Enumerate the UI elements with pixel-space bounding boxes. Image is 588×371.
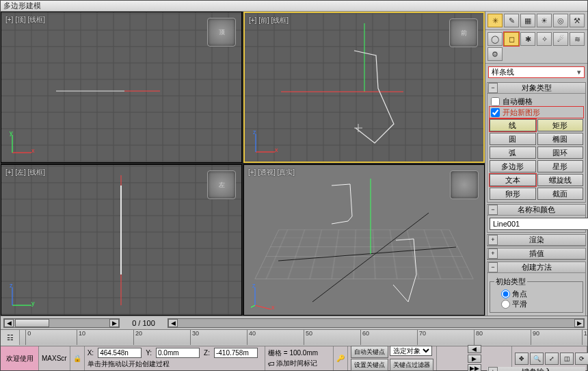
scroll-left-icon[interactable]: ◀	[168, 319, 178, 327]
rollout-header[interactable]: − 创建方法	[487, 262, 585, 273]
icon: ▦	[524, 16, 531, 25]
icon: ☄	[557, 35, 564, 44]
donut-button[interactable]: 圆环	[537, 146, 584, 159]
key-filters-button[interactable]: 关键点过滤器	[390, 359, 433, 371]
text-button[interactable]: 文本	[490, 174, 536, 186]
icon: ◎	[557, 16, 564, 25]
trackbar-scroll[interactable]: ◀ ▶	[168, 318, 585, 328]
fov-icon[interactable]: ◫	[560, 353, 574, 365]
label: 椭圆	[552, 135, 567, 143]
rollout-header[interactable]: + 插值	[487, 248, 585, 259]
spacewarps-icon[interactable]: ≋	[570, 32, 585, 46]
viewport-perspective[interactable]: [+] [透视] [真实] x z	[243, 164, 485, 316]
auto-key-button[interactable]: 自动关键点	[351, 346, 388, 358]
rollout-header[interactable]: + 渲染	[487, 235, 585, 246]
geometry-icon[interactable]: ◯	[487, 32, 503, 46]
timeline-config-icon[interactable]: ☷	[1, 330, 20, 345]
shape-type-dropdown[interactable]: 样条线	[488, 66, 585, 78]
label: 圆	[509, 135, 516, 143]
lights-icon[interactable]: ✱	[520, 32, 535, 46]
tick: 30	[190, 330, 199, 345]
initial-smooth-radio[interactable]: 平滑	[494, 299, 580, 309]
label: 弧	[509, 149, 516, 157]
rollout-header[interactable]: + 键盘输入	[487, 367, 585, 371]
rollout-header[interactable]: − 名称和颜色	[487, 205, 585, 216]
rollout-plus-icon[interactable]: +	[488, 248, 498, 259]
motion-tab-icon[interactable]: ☀	[537, 14, 552, 27]
scroll-right-icon[interactable]: ▶	[574, 319, 584, 327]
object-name-input[interactable]	[490, 218, 588, 230]
line-button[interactable]: 线	[490, 119, 536, 131]
rollout-title-text: 渲染	[529, 235, 544, 245]
zoom-extents-icon[interactable]: ⤢	[545, 353, 559, 365]
zoom-icon[interactable]: 🔍	[530, 353, 544, 365]
auto-grid-checkbox[interactable]: 自动栅格	[490, 96, 583, 107]
hierarchy-tab-icon[interactable]: ▦	[520, 14, 535, 27]
key-target-dropdown[interactable]: 选定对象	[390, 346, 432, 356]
tick: 50	[304, 330, 312, 345]
y-field[interactable]: 0.0mm	[156, 348, 200, 358]
label: 矩形	[552, 121, 567, 129]
helix-button[interactable]: 螺旋线	[537, 174, 584, 186]
time-slider[interactable]: ◀ ▶	[3, 318, 120, 328]
ellipse-button[interactable]: 椭圆	[537, 133, 584, 145]
add-time-tag[interactable]: 添加时间标记	[276, 359, 317, 368]
maxscript-button[interactable]: MAXScr	[39, 346, 70, 370]
panel-tabs: ✳ ✎ ▦ ☀ ◎ ⚒	[485, 12, 587, 30]
icon: ⚒	[574, 16, 580, 25]
prev-frame-icon[interactable]: ◀	[468, 345, 481, 353]
next-frame-icon[interactable]: ▶▶	[468, 364, 481, 372]
pan-icon[interactable]: ✥	[515, 353, 529, 365]
rollout-title-text: 名称和颜色	[518, 205, 555, 215]
rollout-minus-icon[interactable]: −	[488, 83, 498, 93]
shape-buttons-grid: 线 矩形 圆 椭圆 弧 圆环 多边形 星形 文本 螺旋线 卵形 截面	[490, 119, 583, 200]
timeline-ruler[interactable]: 0 10 20 30 40 50 60 70 80 90 100	[20, 330, 587, 345]
rollout-minus-icon[interactable]: −	[488, 205, 498, 215]
icon: ✱	[525, 35, 531, 44]
key-icon[interactable]: 🔑	[334, 346, 348, 370]
arc-button[interactable]: 弧	[490, 146, 536, 159]
scroll-right-icon[interactable]: ▶	[109, 319, 119, 327]
rollout-minus-icon[interactable]: −	[488, 262, 498, 272]
x-field[interactable]: 464.548n	[98, 348, 142, 358]
display-tab-icon[interactable]: ◎	[553, 14, 568, 27]
start-new-shape-checkbox[interactable]: 开始新图形	[490, 107, 583, 118]
create-tab-icon[interactable]: ✳	[487, 14, 503, 27]
star-button[interactable]: 星形	[537, 160, 584, 172]
egg-button[interactable]: 卵形	[490, 188, 536, 200]
play-icon[interactable]: ▶	[468, 355, 481, 363]
initial-corner-radio[interactable]: 角点	[494, 289, 580, 299]
rollout-keyboard-entry: + 键盘输入	[487, 366, 586, 371]
shapes-icon[interactable]: ◻	[504, 32, 519, 46]
viewport-left[interactable]: [+] [左] [线框] 左 y z	[1, 164, 242, 316]
ngon-button[interactable]: 多边形	[490, 160, 536, 172]
modify-tab-icon[interactable]: ✎	[504, 14, 519, 27]
rollout-plus-icon[interactable]: +	[488, 235, 498, 245]
set-key-button[interactable]: 设置关键点	[351, 359, 388, 371]
scroll-left-icon[interactable]: ◀	[4, 319, 14, 327]
viewport-top[interactable]: [+] [顶] [线框] 顶 x y	[1, 12, 242, 163]
label: 文本	[505, 176, 520, 184]
scroll-thumb[interactable]	[15, 319, 49, 327]
cameras-icon[interactable]: ✧	[537, 32, 552, 46]
z-field[interactable]: -410.758m	[214, 348, 258, 358]
helpers-icon[interactable]: ☄	[553, 32, 568, 46]
checkbox[interactable]	[491, 108, 500, 117]
circle-button[interactable]: 圆	[490, 133, 536, 145]
svg-line-25	[278, 247, 456, 261]
orbit-icon[interactable]: ⟳	[575, 353, 588, 365]
radio[interactable]	[501, 290, 510, 298]
icon: ◻	[509, 35, 515, 44]
checkbox[interactable]	[491, 97, 500, 106]
radio[interactable]	[501, 300, 510, 309]
section-button[interactable]: 截面	[537, 188, 584, 200]
viewport-front[interactable]: [+] [前] [线框] 前 x z	[243, 12, 485, 163]
rectangle-button[interactable]: 矩形	[537, 119, 584, 131]
utilities-tab-icon[interactable]: ⚒	[570, 14, 585, 27]
z-label: Z:	[204, 349, 210, 357]
lock-selection-icon[interactable]: 🔒	[70, 346, 85, 370]
systems-icon[interactable]: ⚙	[487, 47, 503, 61]
rollout-plus-icon[interactable]: +	[488, 367, 498, 371]
rollout-header[interactable]: − 对象类型	[487, 83, 585, 94]
time-tag-icon[interactable]: 🏷	[268, 360, 275, 368]
